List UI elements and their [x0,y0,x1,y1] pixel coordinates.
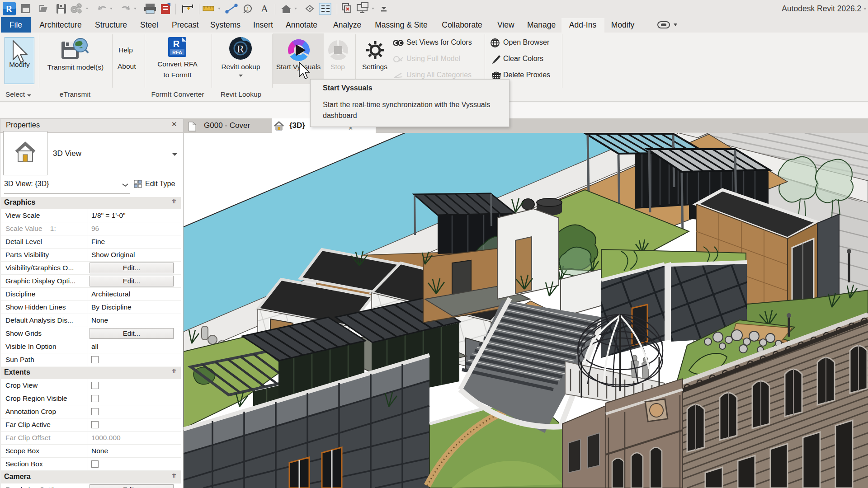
svg-text:R: R [173,39,180,49]
svg-text:1: 1 [246,6,249,11]
svg-text:R: R [6,4,13,14]
svg-text:RFA: RFA [172,50,182,55]
svg-text:Autodesk Revit 2026.2 -: Autodesk Revit 2026.2 - [782,4,866,13]
svg-text:R: R [237,43,244,55]
svg-text:A: A [261,3,269,14]
